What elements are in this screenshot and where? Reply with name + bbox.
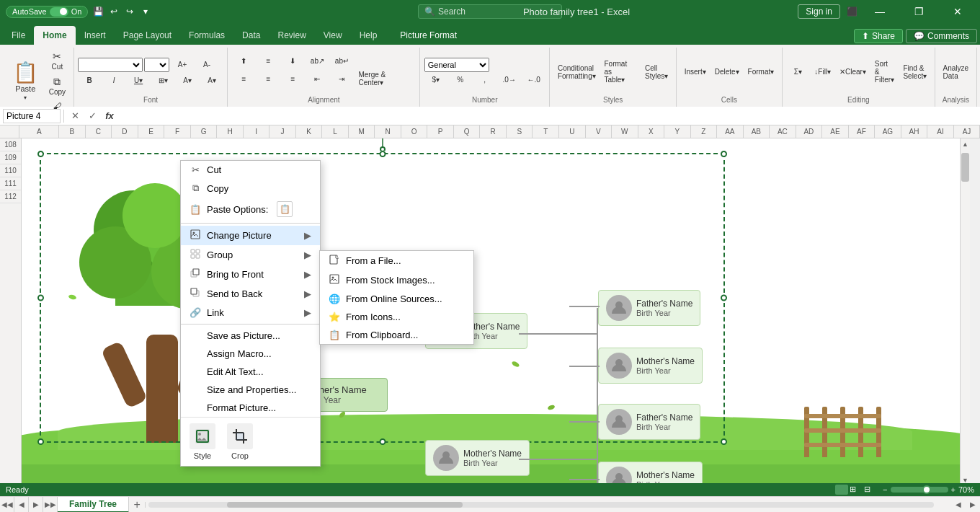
insert-button[interactable]: Insert▾ (681, 66, 710, 78)
format-table-button[interactable]: Format asTable▾ (601, 58, 641, 86)
col-header-c[interactable]: C (86, 125, 112, 138)
col-header-q[interactable]: Q (454, 125, 481, 138)
minimize-button[interactable]: — (863, 0, 896, 23)
underline-button[interactable]: U▾ (127, 74, 150, 87)
undo-icon[interactable]: ↩ (108, 6, 120, 17)
decrease-font-button[interactable]: A- (195, 60, 218, 69)
add-sheet-button[interactable]: + (129, 497, 145, 513)
col-header-ad[interactable]: AD (796, 125, 823, 138)
scroll-left-btn[interactable]: ◀ (951, 497, 966, 513)
col-header-af[interactable]: AF (849, 125, 876, 138)
share-button[interactable]: ⬆Share (854, 29, 903, 43)
zoom-thumb[interactable] (922, 485, 931, 494)
comments-button[interactable]: 💬Comments (906, 29, 977, 43)
menu-item-assign-macro[interactable]: Assign Macro... (181, 345, 320, 363)
col-header-p[interactable]: P (427, 125, 454, 138)
scrollbar-v[interactable]: ▲ ▼ (960, 138, 970, 486)
number-format-select[interactable]: General (424, 58, 489, 72)
col-header-o[interactable]: O (401, 125, 428, 138)
tab-page-layout[interactable]: Page Layout (115, 26, 180, 45)
col-header-u[interactable]: U (559, 125, 586, 138)
submenu-from-stock[interactable]: From Stock Images... (320, 270, 473, 290)
wrap-text-button[interactable]: ab↵ (330, 55, 353, 67)
sheet-nav-first[interactable]: ◀◀ (0, 497, 14, 513)
currency-button[interactable]: $▾ (424, 74, 447, 86)
sheet-nav-prev[interactable]: ◀ (14, 497, 29, 513)
scrollbar-h[interactable] (145, 502, 937, 508)
col-header-ab[interactable]: AB (744, 125, 770, 138)
clear-button[interactable]: ✕Clear▾ (836, 66, 870, 78)
paste-button[interactable]: 📋 Paste ▾ (7, 56, 44, 107)
col-header-d[interactable]: D (112, 125, 138, 138)
style-item[interactable]: Style (190, 423, 215, 460)
zoom-slider[interactable] (891, 487, 948, 493)
orientation-button[interactable]: ab↗ (306, 55, 329, 67)
increase-indent-button[interactable]: ⇥ (330, 69, 353, 89)
normal-view-btn[interactable] (835, 485, 848, 495)
scroll-thumb-v[interactable] (961, 153, 969, 182)
col-header-z[interactable]: Z (691, 125, 718, 138)
family-card-father-r2[interactable]: Father's Name Birth Year (598, 404, 700, 440)
family-card-mother-r2[interactable]: Mother's Name Birth Year (598, 462, 703, 486)
increase-font-button[interactable]: A+ (171, 60, 194, 69)
confirm-formula-button[interactable]: ✓ (84, 110, 100, 123)
family-card-father-r1[interactable]: Father's Name Birth Year (598, 290, 700, 326)
percent-button[interactable]: % (449, 74, 472, 86)
conditional-formatting-button[interactable]: ConditionalFormatting▾ (554, 62, 599, 82)
analyze-data-button[interactable]: AnalyzeData (940, 62, 973, 82)
tab-help[interactable]: Help (351, 26, 386, 45)
tab-file[interactable]: File (3, 26, 34, 45)
page-break-btn[interactable]: ⊟ (864, 485, 877, 495)
autosave-toggle[interactable] (50, 7, 68, 17)
col-header-g[interactable]: G (191, 125, 218, 138)
tab-view[interactable]: View (315, 26, 351, 45)
family-card-mother-r1[interactable]: Mother's Name Birth Year (598, 348, 703, 384)
col-header-r[interactable]: R (480, 125, 507, 138)
tab-home[interactable]: Home (34, 26, 75, 45)
menu-item-change-picture[interactable]: Change Picture ▶ (181, 226, 320, 245)
more-icon[interactable]: ▾ (140, 6, 151, 17)
comma-button[interactable]: , (473, 74, 496, 86)
increase-decimal-button[interactable]: .0→ (498, 74, 521, 86)
col-header-i[interactable]: I (244, 125, 270, 138)
menu-item-cut[interactable]: ✂ Cut (181, 161, 320, 179)
name-box[interactable]: Picture 4 (3, 109, 61, 123)
sheet-tab-family-tree[interactable]: Family Tree (58, 497, 129, 513)
submenu-from-online[interactable]: 🌐 From Online Sources... (320, 290, 473, 308)
submenu-from-clipboard[interactable]: 📋 From Clipboard... (320, 326, 473, 344)
scroll-up-btn[interactable]: ▲ (961, 138, 970, 150)
menu-item-save-picture[interactable]: Save as Picture... (181, 327, 320, 345)
zoom-out-btn[interactable]: − (883, 485, 887, 494)
autosum-button[interactable]: Σ▾ (786, 66, 809, 78)
align-center-button[interactable]: ≡ (257, 69, 280, 89)
submenu-from-icons[interactable]: ⭐ From Icons... (320, 308, 473, 326)
align-bottom-button[interactable]: ⬇ (281, 55, 304, 67)
align-top-button[interactable]: ⬆ (232, 55, 255, 67)
italic-button[interactable]: I (102, 74, 125, 87)
align-middle-button[interactable]: ≡ (257, 55, 280, 67)
tab-review[interactable]: Review (269, 26, 314, 45)
tab-insert[interactable]: Insert (76, 26, 115, 45)
save-icon[interactable]: 💾 (92, 6, 104, 17)
zoom-in-btn[interactable]: + (951, 485, 956, 494)
decrease-decimal-button[interactable]: ←.0 (522, 74, 545, 86)
spreadsheet-body[interactable]: 108 109 110 111 112 (0, 138, 980, 512)
col-header-n[interactable]: N (375, 125, 401, 138)
signin-button[interactable]: Sign in (798, 4, 840, 19)
family-card-mother-center[interactable]: Mother's Name Birth Year (425, 440, 530, 476)
maximize-button[interactable]: ❐ (902, 0, 935, 23)
tab-data[interactable]: Data (233, 26, 269, 45)
fill-button[interactable]: ↓Fill▾ (811, 66, 834, 78)
col-header-m[interactable]: M (349, 125, 375, 138)
border-button[interactable]: ⊞▾ (151, 74, 174, 87)
col-header-j[interactable]: J (270, 125, 296, 138)
menu-item-copy[interactable]: ⧉ Copy (181, 179, 320, 198)
bold-button[interactable]: B (78, 74, 101, 87)
decrease-indent-button[interactable]: ⇤ (306, 69, 329, 89)
menu-item-send-back[interactable]: Send to Back ▶ (181, 284, 320, 304)
submenu-from-file[interactable]: From a File... (320, 251, 473, 270)
scroll-right-btn[interactable]: ▶ (966, 497, 980, 513)
sort-filter-button[interactable]: Sort &Filter▾ (871, 58, 899, 86)
insert-function-button[interactable]: fx (102, 110, 117, 123)
col-header-a[interactable]: A (19, 125, 59, 138)
